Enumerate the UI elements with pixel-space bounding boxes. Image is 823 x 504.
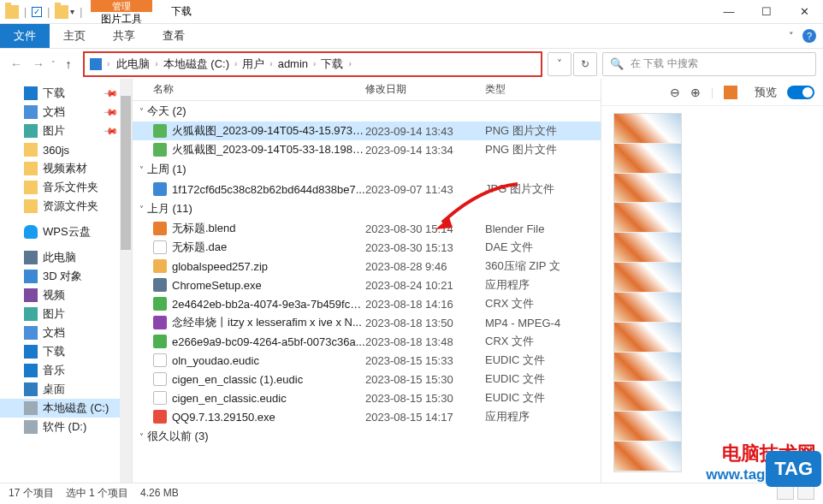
- file-row[interactable]: 无标题.blend2023-08-30 15:14Blender File: [133, 219, 601, 238]
- breadcrumb-segment[interactable]: admin: [275, 56, 311, 72]
- file-row[interactable]: 1f172cf6d5c38c82b62bd644d838be7...2023-0…: [133, 180, 601, 199]
- breadcrumb-segment[interactable]: 本地磁盘 (C:): [160, 55, 233, 74]
- column-header-name[interactable]: 名称: [153, 82, 365, 97]
- sidebar-quick-item[interactable]: 图片📌: [0, 122, 132, 140]
- sidebar-item-thispc[interactable]: 此电脑: [0, 248, 132, 267]
- chevron-right-icon[interactable]: ›: [233, 59, 239, 68]
- group-header[interactable]: ˅上周 (1): [133, 159, 601, 180]
- file-icon: [153, 316, 167, 329]
- column-headers[interactable]: 名称 修改日期 类型: [133, 79, 601, 101]
- maximize-button[interactable]: ☐: [748, 0, 785, 24]
- file-list[interactable]: ˅今天 (2)火狐截图_2023-09-14T05-43-15.973Z...2…: [133, 101, 601, 483]
- preview-toggle[interactable]: [787, 86, 814, 99]
- separator: |: [47, 6, 50, 18]
- sidebar-quick-item[interactable]: 文档📌: [0, 103, 132, 122]
- tab-file[interactable]: 文件: [0, 24, 50, 48]
- forward-button[interactable]: →: [29, 55, 48, 74]
- file-row[interactable]: 2e4642eb-bb2a-4074-9e3a-7b459fc8...2023-…: [133, 294, 601, 313]
- breadcrumb-segment[interactable]: 此电脑: [113, 55, 153, 74]
- file-row[interactable]: 念经串烧丨itzy x lesserafim x ive x N...2023-…: [133, 313, 601, 332]
- zoom-in-icon[interactable]: ⊕: [690, 86, 701, 99]
- file-row[interactable]: 火狐截图_2023-09-14T05-33-18.198Z...2023-09-…: [133, 140, 601, 159]
- ribbon-tabs: 文件 主页 共享 查看 图片工具 ˅ ?: [0, 24, 823, 48]
- file-row[interactable]: cigen_en_classic.eudic2023-08-15 15:30EU…: [133, 388, 601, 407]
- file-type: EUDIC 文件: [485, 371, 588, 387]
- file-row[interactable]: cigen_en_classic (1).eudic2023-08-15 15:…: [133, 370, 601, 388]
- column-header-type[interactable]: 类型: [485, 82, 588, 97]
- file-row[interactable]: 无标题.dae2023-08-30 15:13DAE 文件: [133, 238, 601, 257]
- group-header[interactable]: ˅上月 (11): [133, 199, 601, 219]
- sidebar-pc-item[interactable]: 图片: [0, 305, 132, 323]
- sidebar-pc-item[interactable]: 下载: [0, 342, 132, 361]
- file-icon: [153, 124, 167, 138]
- file-row[interactable]: 火狐截图_2023-09-14T05-43-15.973Z...2023-09-…: [133, 122, 601, 140]
- search-icon: 🔍: [610, 57, 624, 70]
- chevron-right-icon[interactable]: ›: [153, 59, 159, 68]
- zoom-out-icon[interactable]: ⊖: [670, 86, 680, 99]
- file-row[interactable]: QQ9.7.13.29150.exe2023-08-15 14:17应用程序: [133, 407, 601, 426]
- file-name: oln_youdao.eudic: [172, 354, 365, 367]
- file-row[interactable]: globalspeed257.zip2023-08-28 9:46360压缩 Z…: [133, 257, 601, 276]
- scrollbar-thumb[interactable]: [121, 96, 131, 250]
- ribbon-collapse-icon[interactable]: ˅: [789, 31, 794, 42]
- view-icons-button[interactable]: [797, 486, 814, 500]
- tab-share[interactable]: 共享: [99, 24, 149, 48]
- sidebar-quick-item[interactable]: 视频素材: [0, 159, 132, 178]
- options-icon[interactable]: [724, 86, 737, 99]
- qat-dropdown-icon[interactable]: ▾: [70, 7, 74, 16]
- group-header[interactable]: ˅很久以前 (3): [133, 426, 601, 447]
- file-icon: [153, 353, 167, 367]
- back-button[interactable]: ←: [7, 55, 26, 74]
- sidebar-pc-item[interactable]: 视频: [0, 286, 132, 305]
- address-bar[interactable]: › 此电脑 › 本地磁盘 (C:) › 用户 › admin › 下载 ›: [83, 51, 542, 77]
- sidebar-item-label: 下载: [43, 344, 65, 359]
- view-details-button[interactable]: [777, 486, 794, 500]
- tab-view[interactable]: 查看: [149, 24, 198, 48]
- sidebar-item-label: 文档: [43, 104, 65, 120]
- folder-icon: [24, 105, 38, 119]
- search-input[interactable]: 🔍 在 下载 中搜索: [602, 52, 816, 76]
- group-header[interactable]: ˅今天 (2): [133, 101, 601, 122]
- refresh-button[interactable]: ↻: [573, 52, 597, 76]
- sidebar-pc-item[interactable]: 本地磁盘 (C:): [0, 399, 132, 418]
- sidebar-pc-item[interactable]: 3D 对象: [0, 267, 132, 286]
- up-button[interactable]: ↑: [59, 55, 78, 74]
- sidebar-scrollbar[interactable]: [120, 79, 132, 483]
- sidebar-pc-item[interactable]: 软件 (D:): [0, 418, 132, 436]
- sidebar-pc-item[interactable]: 桌面: [0, 380, 132, 399]
- minimize-button[interactable]: —: [710, 0, 748, 24]
- sidebar-pc-item[interactable]: 文档: [0, 323, 132, 342]
- sidebar-item-label: 音乐: [43, 363, 65, 378]
- drive-icon: [24, 345, 38, 359]
- help-icon[interactable]: ?: [802, 29, 816, 43]
- chevron-right-icon[interactable]: ›: [346, 59, 352, 68]
- file-name: 无标题.blend: [172, 221, 365, 236]
- sidebar-quick-item[interactable]: 360js: [0, 140, 132, 159]
- sidebar-quick-item[interactable]: 资源文件夹: [0, 197, 132, 216]
- column-header-date[interactable]: 修改日期: [365, 82, 485, 97]
- file-date: 2023-08-30 15:14: [365, 222, 485, 235]
- chevron-right-icon[interactable]: ›: [107, 59, 113, 68]
- tab-home[interactable]: 主页: [50, 24, 99, 48]
- navigation-pane[interactable]: 下载📌文档📌图片📌360js视频素材音乐文件夹资源文件夹 WPS云盘 此电脑 3…: [0, 79, 133, 483]
- chevron-right-icon[interactable]: ›: [268, 59, 274, 68]
- file-date: 2023-08-18 14:16: [365, 298, 485, 311]
- history-dropdown-icon[interactable]: ˅: [51, 60, 56, 68]
- file-row[interactable]: ChromeSetup.exe2023-08-24 10:21应用程序: [133, 276, 601, 294]
- main-content: 下载📌文档📌图片📌360js视频素材音乐文件夹资源文件夹 WPS云盘 此电脑 3…: [0, 79, 823, 483]
- sidebar-item-wps[interactable]: WPS云盘: [0, 222, 132, 241]
- file-date: 2023-08-15 15:33: [365, 354, 485, 367]
- close-button[interactable]: ✕: [785, 0, 823, 24]
- breadcrumb-segment[interactable]: 下载: [317, 55, 346, 74]
- sidebar-pc-item[interactable]: 音乐: [0, 361, 132, 380]
- open-folder-icon[interactable]: [55, 5, 68, 19]
- checkbox-icon[interactable]: ✓: [32, 7, 42, 17]
- chevron-right-icon[interactable]: ›: [311, 59, 317, 68]
- file-row[interactable]: e266e9a9-bc09-4264-a5bf-0073c36a...2023-…: [133, 332, 601, 351]
- sidebar-quick-item[interactable]: 音乐文件夹: [0, 178, 132, 197]
- address-dropdown-button[interactable]: ˅: [548, 52, 571, 76]
- sidebar-quick-item[interactable]: 下载📌: [0, 84, 132, 103]
- file-row[interactable]: oln_youdao.eudic2023-08-15 15:33EUDIC 文件: [133, 351, 601, 370]
- breadcrumb-segment[interactable]: 用户: [239, 55, 268, 74]
- sidebar-item-label: 图片: [43, 306, 65, 322]
